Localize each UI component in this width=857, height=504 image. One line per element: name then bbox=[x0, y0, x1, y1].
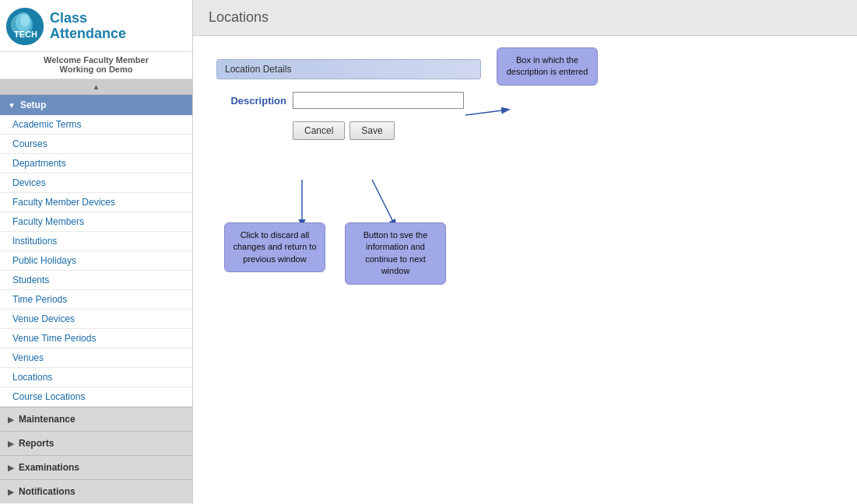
page-body: Location Details Description Cancel Save bbox=[193, 36, 857, 504]
sidebar-item-academic-terms[interactable]: Academic Terms bbox=[0, 115, 192, 135]
sidebar-item-course-locations[interactable]: Course Locations bbox=[0, 387, 192, 407]
maintenance-arrow-icon: ▶ bbox=[8, 415, 14, 424]
button-row: Cancel Save bbox=[293, 121, 683, 140]
description-row: Description bbox=[216, 92, 683, 109]
maintenance-label: Maintenance bbox=[19, 414, 76, 425]
setup-nav-list: Academic Terms Courses Departments Devic… bbox=[0, 115, 192, 407]
reports-arrow-icon: ▶ bbox=[8, 439, 14, 448]
sidebar-item-courses[interactable]: Courses bbox=[0, 135, 192, 154]
page-title: Locations bbox=[209, 9, 841, 26]
save-button[interactable]: Save bbox=[349, 121, 394, 140]
sidebar-item-departments[interactable]: Departments bbox=[0, 154, 192, 173]
form-title-bar: Location Details bbox=[216, 59, 481, 79]
app-title-attendance: Attendance bbox=[50, 26, 126, 42]
sidebar-item-faculty-members[interactable]: Faculty Members bbox=[0, 212, 192, 232]
reports-label: Reports bbox=[19, 438, 54, 449]
examinations-arrow-icon: ▶ bbox=[8, 464, 14, 472]
description-label: Description bbox=[216, 95, 286, 107]
welcome-message: Welcome Faculty Member Working on Demo bbox=[0, 52, 192, 79]
cancel-button[interactable]: Cancel bbox=[293, 121, 345, 140]
scroll-up-indicator[interactable] bbox=[0, 79, 192, 95]
description-input[interactable] bbox=[293, 92, 464, 109]
setup-label: Setup bbox=[20, 100, 46, 110]
reports-section-header[interactable]: ▶ Reports bbox=[0, 431, 192, 455]
location-form: Location Details Description Cancel Save bbox=[216, 59, 683, 140]
examinations-section-header[interactable]: ▶ Examinations bbox=[0, 455, 192, 479]
tooltip-cancel: Click to discard all changes and return … bbox=[224, 222, 325, 272]
notifications-arrow-icon: ▶ bbox=[8, 488, 14, 496]
sidebar-item-venue-devices[interactable]: Venue Devices bbox=[0, 310, 192, 329]
sidebar-item-public-holidays[interactable]: Public Holidays bbox=[0, 251, 192, 271]
examinations-label: Examinations bbox=[19, 462, 79, 473]
sidebar-item-students[interactable]: Students bbox=[0, 271, 192, 290]
notifications-section-header[interactable]: ▶ Notifications bbox=[0, 479, 192, 503]
sidebar-item-venue-time-periods[interactable]: Venue Time Periods bbox=[0, 329, 192, 348]
notifications-label: Notifications bbox=[19, 486, 76, 497]
tooltip-description: Box in which the description is entered bbox=[497, 47, 598, 86]
setup-section-header[interactable]: ▼ Setup bbox=[0, 95, 192, 115]
form-area: Location Details Description Cancel Save bbox=[216, 59, 683, 370]
sidebar-item-time-periods[interactable]: Time Periods bbox=[0, 290, 192, 310]
app-header: TECH Class Attendance bbox=[0, 0, 192, 52]
sidebar: TECH Class Attendance Welcome Faculty Me… bbox=[0, 0, 193, 504]
sidebar-item-venues[interactable]: Venues bbox=[0, 348, 192, 368]
svg-text:TECH: TECH bbox=[14, 30, 37, 39]
sidebar-item-locations[interactable]: Locations bbox=[0, 368, 192, 387]
svg-point-3 bbox=[20, 14, 30, 26]
setup-arrow-icon: ▼ bbox=[8, 101, 16, 110]
sidebar-item-faculty-member-devices[interactable]: Faculty Member Devices bbox=[0, 193, 192, 212]
tooltip-save: Button to sve the information and contin… bbox=[345, 222, 446, 285]
app-title-class: Class bbox=[50, 11, 126, 26]
svg-line-7 bbox=[372, 180, 395, 226]
sidebar-item-devices[interactable]: Devices bbox=[0, 173, 192, 193]
app-logo: TECH bbox=[6, 8, 44, 45]
main-content: Locations Location Details Description C… bbox=[193, 0, 857, 504]
sidebar-item-institutions[interactable]: Institutions bbox=[0, 232, 192, 251]
app-title-block: Class Attendance bbox=[50, 11, 126, 42]
maintenance-section-header[interactable]: ▶ Maintenance bbox=[0, 407, 192, 431]
page-header: Locations bbox=[193, 0, 857, 36]
